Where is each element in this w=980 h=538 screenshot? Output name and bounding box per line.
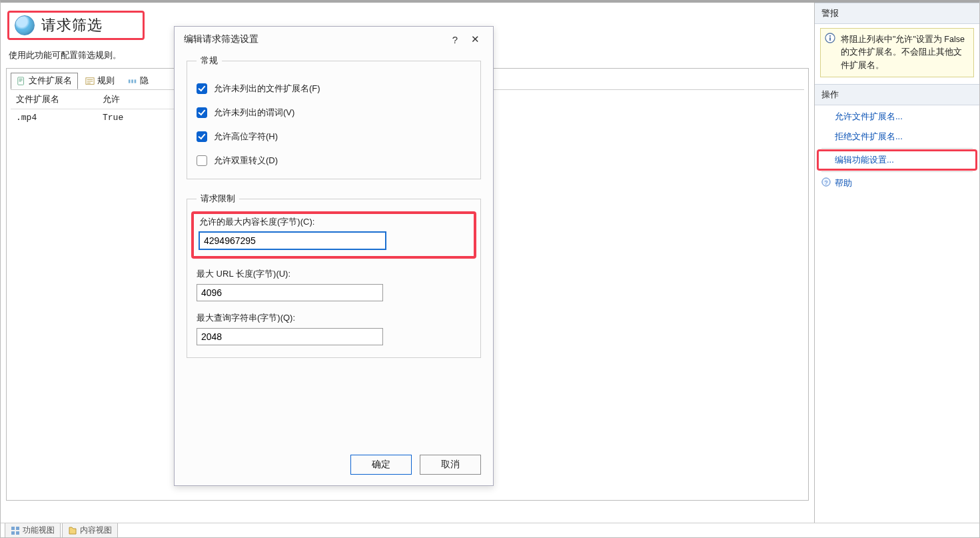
- dialog-titlebar: 编辑请求筛选设置 ? ✕: [175, 27, 493, 55]
- tab-hidden[interactable]: 隐: [122, 73, 155, 89]
- checkbox-row-unlisted-verbs[interactable]: 允许未列出的谓词(V): [197, 107, 471, 119]
- cell-allow: True: [97, 109, 177, 127]
- input-max-url[interactable]: [197, 284, 383, 301]
- left-pane: 请求筛选 使用此功能可配置筛选规则。 文件扩展名 规则: [1, 3, 815, 523]
- checkbox-row-highbit[interactable]: 允许高位字符(H): [197, 131, 471, 143]
- globe-icon: [15, 15, 35, 35]
- help-icon: ?: [821, 177, 831, 187]
- cell-extension: .mp4: [11, 109, 97, 127]
- checkbox-double-escape-label: 允许双重转义(D): [214, 155, 278, 167]
- action-edit-feature-settings[interactable]: 编辑功能设置...: [817, 150, 977, 170]
- edit-settings-dialog: 编辑请求筛选设置 ? ✕ 常规 允许未列出的文件扩展名(F): [174, 26, 494, 486]
- ok-button[interactable]: 确定: [350, 455, 412, 475]
- group-limits-legend: 请求限制: [197, 193, 239, 205]
- svg-rect-13: [16, 531, 19, 535]
- info-icon: [825, 33, 835, 43]
- action-help[interactable]: ? 帮助: [815, 173, 979, 193]
- checkbox-double-escape[interactable]: [197, 155, 207, 166]
- col-allow[interactable]: 允许: [97, 90, 177, 109]
- checkbox-highbit-label: 允许高位字符(H): [214, 131, 278, 143]
- checkbox-row-double-escape[interactable]: 允许双重转义(D): [197, 155, 471, 167]
- max-content-highlight: 允许的最大内容长度(字节)(C):: [191, 211, 476, 259]
- checkbox-row-unlisted-ext[interactable]: 允许未列出的文件扩展名(F): [197, 83, 471, 95]
- bottom-tab-content[interactable]: 内容视图: [62, 523, 118, 537]
- action-deny-extension[interactable]: 拒绝文件扩展名...: [815, 127, 979, 147]
- action-allow-extension[interactable]: 允许文件扩展名...: [815, 107, 979, 127]
- action-divider: [821, 148, 973, 149]
- tab-rules-label: 规则: [97, 75, 115, 87]
- checkbox-unlisted-ext[interactable]: [197, 83, 207, 94]
- checkbox-unlisted-verbs-label: 允许未列出的谓词(V): [214, 107, 294, 119]
- svg-text:?: ?: [825, 179, 828, 186]
- label-max-query: 最大查询字符串(字节)(Q):: [197, 312, 471, 324]
- tab-hidden-label: 隐: [140, 75, 149, 87]
- bottom-tab-features-label: 功能视图: [23, 525, 55, 536]
- features-icon: [11, 526, 20, 535]
- svg-rect-7: [829, 35, 831, 37]
- rules-icon: [85, 77, 95, 86]
- app-root: 请求筛选 使用此功能可配置筛选规则。 文件扩展名 规则: [0, 0, 980, 538]
- main-row: 请求筛选 使用此功能可配置筛选规则。 文件扩展名 规则: [1, 3, 979, 523]
- group-limits: 请求限制 允许的最大内容长度(字节)(C): 最大 URL 长度(字节)(U):…: [187, 193, 481, 358]
- label-max-content: 允许的最大内容长度(字节)(C):: [199, 216, 468, 228]
- cancel-button[interactable]: 取消: [420, 455, 481, 475]
- dialog-close-button[interactable]: ✕: [465, 33, 485, 45]
- svg-rect-12: [11, 531, 15, 535]
- actions-list: 允许文件扩展名... 拒绝文件扩展名... 编辑功能设置... ? 帮助: [815, 105, 979, 195]
- svg-rect-10: [11, 527, 15, 530]
- field-max-query: 最大查询字符串(字节)(Q):: [197, 312, 471, 345]
- alert-text: 将阻止列表中"允许"设置为 False 的文件扩展名。不会阻止其他文件扩展名。: [841, 35, 965, 70]
- segments-icon: [128, 77, 137, 86]
- table-row[interactable]: .mp4 True: [11, 109, 177, 127]
- dialog-help-button[interactable]: ?: [445, 34, 465, 45]
- file-icon: [17, 77, 26, 86]
- tab-rules[interactable]: 规则: [79, 73, 121, 89]
- input-max-query[interactable]: [197, 328, 383, 345]
- page-title-highlight: 请求筛选: [7, 11, 145, 40]
- bottom-tab-content-label: 内容视图: [80, 525, 112, 536]
- svg-rect-4: [135, 79, 137, 83]
- input-max-content[interactable]: [199, 232, 386, 249]
- table-header-row: 文件扩展名 允许: [11, 90, 177, 109]
- action-divider: [821, 171, 973, 172]
- action-edit-feature-settings-label: 编辑功能设置...: [835, 154, 894, 166]
- alert-box: 将阻止列表中"允许"设置为 False 的文件扩展名。不会阻止其他文件扩展名。: [820, 28, 974, 77]
- col-extension[interactable]: 文件扩展名: [11, 90, 97, 109]
- content-icon: [68, 526, 77, 535]
- svg-rect-2: [129, 79, 131, 83]
- dialog-buttons: 确定 取消: [350, 455, 481, 475]
- svg-rect-6: [829, 37, 831, 41]
- bottom-tab-features[interactable]: 功能视图: [5, 523, 61, 537]
- checkbox-highbit[interactable]: [197, 131, 207, 142]
- group-general: 常规 允许未列出的文件扩展名(F) 允许未列出的谓词(V) 允许高位字符(H): [187, 55, 481, 179]
- group-general-legend: 常规: [197, 55, 222, 67]
- action-deny-extension-label: 拒绝文件扩展名...: [835, 131, 903, 143]
- dialog-body: 常规 允许未列出的文件扩展名(F) 允许未列出的谓词(V) 允许高位字符(H): [175, 55, 493, 374]
- bottom-bar: 功能视图 内容视图: [1, 523, 979, 537]
- extensions-table: 文件扩展名 允许 .mp4 True: [11, 90, 177, 126]
- dialog-title: 编辑请求筛选设置: [184, 33, 258, 45]
- tab-file-extensions-label: 文件扩展名: [29, 75, 72, 87]
- field-max-url: 最大 URL 长度(字节)(U):: [197, 268, 471, 301]
- action-allow-extension-label: 允许文件扩展名...: [835, 111, 903, 123]
- page-title: 请求筛选: [41, 15, 103, 35]
- label-max-url: 最大 URL 长度(字节)(U):: [197, 268, 471, 280]
- svg-rect-3: [131, 79, 133, 83]
- right-pane: 警报 将阻止列表中"允许"设置为 False 的文件扩展名。不会阻止其他文件扩展…: [815, 3, 979, 523]
- svg-rect-11: [16, 527, 19, 530]
- actions-header: 操作: [815, 84, 979, 105]
- alerts-header: 警报: [815, 3, 979, 24]
- action-help-label: 帮助: [835, 177, 852, 189]
- checkbox-unlisted-ext-label: 允许未列出的文件扩展名(F): [214, 83, 320, 95]
- checkbox-unlisted-verbs[interactable]: [197, 107, 207, 118]
- tab-file-extensions[interactable]: 文件扩展名: [11, 73, 78, 89]
